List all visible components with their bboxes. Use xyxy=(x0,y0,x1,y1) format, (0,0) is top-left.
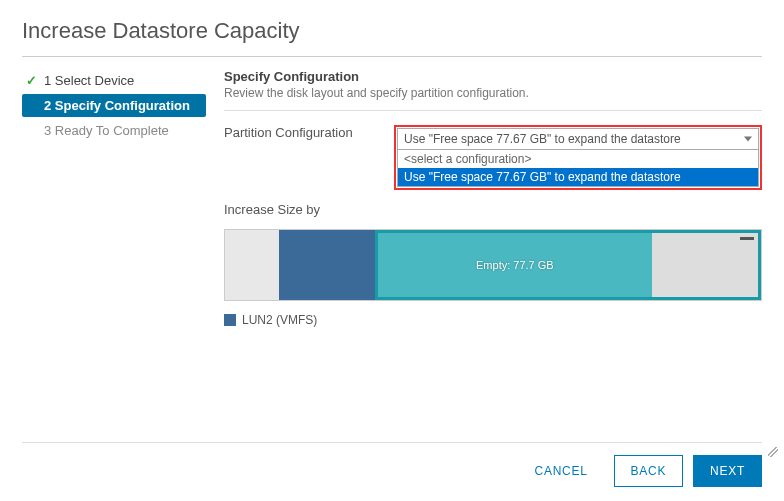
disk-layout-bar: Empty: 77.7 GB xyxy=(224,229,762,301)
legend-label-lun: LUN2 (VMFS) xyxy=(242,313,317,327)
window-resize-grip-icon[interactable] xyxy=(768,447,778,457)
partition-config-dropdown: <select a configuration> Use "Free space… xyxy=(397,150,759,187)
back-button[interactable]: BACK xyxy=(614,455,684,487)
step-specify-configuration[interactable]: 2 Specify Configuration xyxy=(22,94,206,117)
disk-empty-label: Empty: 77.7 GB xyxy=(378,233,652,297)
divider xyxy=(224,110,762,111)
disk-segment-used xyxy=(279,230,375,300)
legend: LUN2 (VMFS) xyxy=(224,313,762,327)
step-select-device[interactable]: 1 Select Device xyxy=(22,69,206,92)
disk-segment-leading xyxy=(225,230,279,300)
disk-segment-free xyxy=(652,233,758,297)
dropdown-option-placeholder[interactable]: <select a configuration> xyxy=(398,150,758,168)
dropdown-option-free-space[interactable]: Use "Free space 77.67 GB" to expand the … xyxy=(398,168,758,186)
step-ready-to-complete: 3 Ready To Complete xyxy=(22,119,206,142)
legend-swatch-lun xyxy=(224,314,236,326)
section-description: Review the disk layout and specify parti… xyxy=(224,86,762,100)
cancel-button[interactable]: CANCEL xyxy=(519,455,604,487)
wizard-steps: 1 Select Device 2 Specify Configuration … xyxy=(22,69,206,327)
main-panel: Specify Configuration Review the disk la… xyxy=(224,69,762,327)
dialog-footer: CANCEL BACK NEXT xyxy=(22,442,762,487)
next-button[interactable]: NEXT xyxy=(693,455,762,487)
disk-segment-expand[interactable]: Empty: 77.7 GB xyxy=(375,230,761,300)
partition-config-label: Partition Configuration xyxy=(224,125,394,140)
section-heading: Specify Configuration xyxy=(224,69,762,84)
partition-config-highlight: Use "Free space 77.67 GB" to expand the … xyxy=(394,125,762,190)
partition-config-select[interactable]: Use "Free space 77.67 GB" to expand the … xyxy=(397,128,759,150)
increase-size-label: Increase Size by xyxy=(224,202,394,217)
dialog-title: Increase Datastore Capacity xyxy=(22,18,762,57)
resize-handle-icon[interactable] xyxy=(740,237,754,240)
